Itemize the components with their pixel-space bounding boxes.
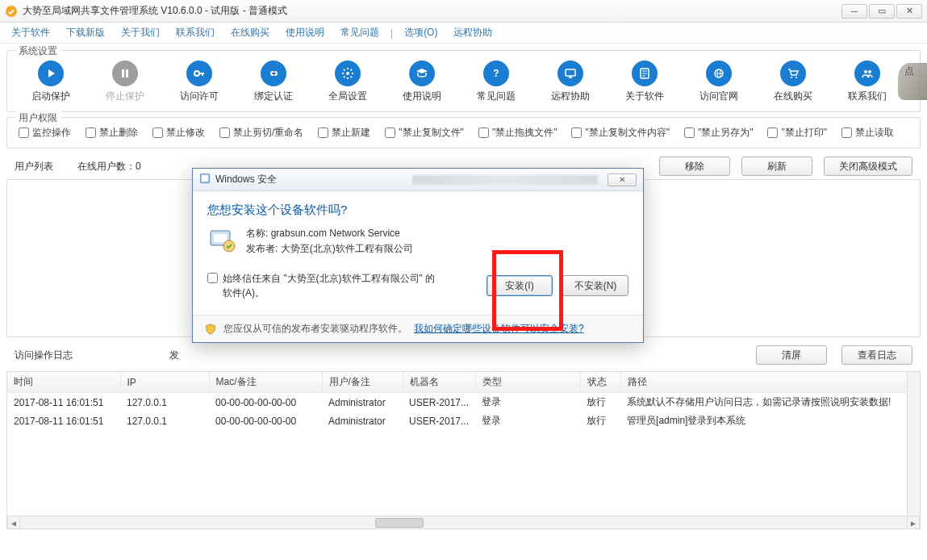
dont-install-button[interactable]: 不安装(N) [562, 275, 628, 296]
permission-checkbox[interactable]: 监控操作 [19, 126, 71, 140]
permission-checkbox[interactable]: "禁止拖拽文件" [478, 126, 557, 140]
log-cell: 登录 [475, 393, 580, 412]
toolbar-info[interactable]: 关于软件 [622, 61, 667, 103]
view-log-button[interactable]: 查看日志 [841, 345, 912, 365]
scroll-right-arrow[interactable]: ► [907, 516, 920, 529]
permission-checkbox[interactable]: 禁止读取 [841, 126, 894, 140]
perm-input[interactable] [152, 127, 163, 138]
close-button[interactable]: ✕ [896, 4, 922, 19]
install-button[interactable]: 安装(I) [486, 275, 553, 296]
perm-input[interactable] [684, 127, 695, 138]
perm-input[interactable] [385, 127, 395, 138]
refresh-button[interactable]: 刷新 [741, 157, 812, 176]
toolbar-label: 启动保护 [31, 90, 70, 103]
log-col-header[interactable]: 用户/备注 [322, 372, 403, 393]
svg-rect-3 [126, 69, 128, 77]
scroll-thumb[interactable] [375, 518, 424, 528]
menu-about-software[interactable]: 关于软件 [6, 23, 55, 42]
menu-faq[interactable]: 常见问题 [336, 23, 384, 42]
perm-input[interactable] [219, 127, 230, 138]
user-list-buttons: 移除 刷新 关闭高级模式 [659, 157, 912, 176]
permission-checkbox[interactable]: 禁止修改 [152, 126, 205, 140]
perm-input[interactable] [318, 127, 328, 138]
dialog-titlebar[interactable]: Windows 安全 ✕ [193, 169, 643, 191]
toolbar-label: 使用说明 [403, 90, 441, 103]
perm-input[interactable] [478, 127, 489, 138]
permission-checkbox[interactable]: "禁止另存为" [684, 126, 754, 140]
always-trust-checkbox[interactable]: 始终信任来自 "大势至(北京)软件工程有限公司" 的软件(A)。 [207, 271, 441, 300]
toolbar-grad[interactable]: 使用说明 [399, 61, 445, 103]
svg-rect-16 [202, 175, 209, 182]
log-col-header[interactable]: 路径 [620, 372, 919, 393]
clear-log-button[interactable]: 清屏 [756, 345, 827, 365]
toolbar-question[interactable]: ?常见问题 [474, 61, 519, 103]
log-row[interactable]: 2017-08-11 16:01:51127.0.0.100-00-00-00-… [7, 393, 920, 412]
log-col-header[interactable]: 时间 [7, 372, 120, 393]
vertical-scrollbar[interactable] [907, 372, 920, 516]
dialog-footer-link[interactable]: 我如何确定哪些设备软件可以安全安装? [414, 322, 584, 336]
log-col-header[interactable]: 状态 [580, 372, 620, 393]
log-row[interactable]: 2017-08-11 16:01:51127.0.0.100-00-00-00-… [7, 412, 920, 430]
log-cell: USER-2017... [403, 412, 475, 430]
toolbar-cart[interactable]: 在线购买 [770, 61, 816, 103]
menu-remote[interactable]: 远程协助 [449, 23, 497, 42]
dialog-heading: 您想安装这个设备软件吗? [207, 203, 628, 218]
grad-icon [409, 61, 435, 86]
log-col-header[interactable]: Mac/备注 [209, 372, 322, 393]
menu-options[interactable]: 选项(O) [399, 23, 442, 42]
toolbar-key[interactable]: 访问许可 [177, 61, 222, 103]
close-advanced-button[interactable]: 关闭高级模式 [824, 157, 912, 176]
dialog-close-button[interactable]: ✕ [608, 173, 637, 186]
perm-input[interactable] [767, 127, 778, 138]
toolbar-label: 关于软件 [625, 90, 664, 103]
perm-label: "禁止另存为" [698, 126, 754, 140]
svg-text:?: ? [493, 68, 499, 79]
perm-input[interactable] [19, 127, 29, 138]
log-col-header[interactable]: 机器名 [403, 372, 475, 393]
log-col-header[interactable]: 类型 [475, 372, 580, 393]
toolbar-gear[interactable]: 全局设置 [325, 61, 370, 103]
perm-input[interactable] [86, 127, 96, 138]
scroll-left-arrow[interactable]: ◄ [7, 516, 20, 529]
permissions-title: 用户权限 [15, 111, 61, 125]
ie-icon [706, 61, 732, 86]
online-users: 在线用户数：0 [77, 160, 141, 173]
svg-point-11 [791, 77, 792, 78]
toolbar-people[interactable]: 联系我们 [845, 61, 890, 103]
perm-input[interactable] [841, 127, 852, 138]
app-icon [5, 5, 18, 18]
perm-label: 禁止新建 [332, 126, 370, 140]
toolbar-ie[interactable]: 访问官网 [696, 61, 741, 103]
log-cell: 2017-08-11 16:01:51 [7, 393, 120, 412]
permission-checkbox[interactable]: "禁止复制文件内容" [571, 126, 670, 140]
svg-point-13 [864, 70, 867, 73]
menu-about-us[interactable]: 关于我们 [116, 23, 165, 42]
dialog-footer-text: 您应仅从可信的发布者安装驱动程序软件。 [223, 322, 407, 336]
dialog-title: Windows 安全 [215, 173, 407, 186]
permission-checkbox[interactable]: 禁止新建 [318, 126, 370, 140]
menu-manual[interactable]: 使用说明 [281, 23, 329, 42]
menu-buy[interactable]: 在线购买 [226, 23, 274, 42]
permission-checkbox[interactable]: "禁止打印" [767, 126, 827, 140]
always-trust-input[interactable] [207, 273, 218, 283]
log-table[interactable]: 时间IPMac/备注用户/备注机器名类型状态路径 2017-08-11 16:0… [7, 372, 920, 430]
log-cell: 放行 [580, 412, 620, 430]
svg-rect-18 [214, 234, 227, 242]
perm-input[interactable] [571, 127, 582, 138]
menu-contact[interactable]: 联系我们 [171, 23, 219, 42]
maximize-button[interactable]: ▭ [869, 4, 895, 19]
log-col-header[interactable]: IP [120, 372, 209, 393]
minimize-button[interactable]: ─ [841, 4, 867, 19]
toolbar-screen[interactable]: 远程协助 [548, 61, 593, 103]
toolbar-label: 联系我们 [848, 90, 887, 103]
toolbar-link[interactable]: 绑定认证 [251, 61, 296, 103]
horizontal-scrollbar[interactable]: ◄ ► [7, 516, 920, 529]
shield-icon [204, 323, 217, 336]
toolbar-play[interactable]: 启动保护 [28, 61, 73, 103]
permission-checkbox[interactable]: "禁止复制文件" [385, 126, 464, 140]
permission-checkbox[interactable]: 禁止删除 [86, 126, 138, 140]
menu-download[interactable]: 下载新版 [61, 23, 110, 42]
toolbar-label: 常见问题 [477, 90, 516, 103]
remove-button[interactable]: 移除 [659, 157, 730, 176]
permission-checkbox[interactable]: 禁止剪切/重命名 [219, 126, 303, 140]
